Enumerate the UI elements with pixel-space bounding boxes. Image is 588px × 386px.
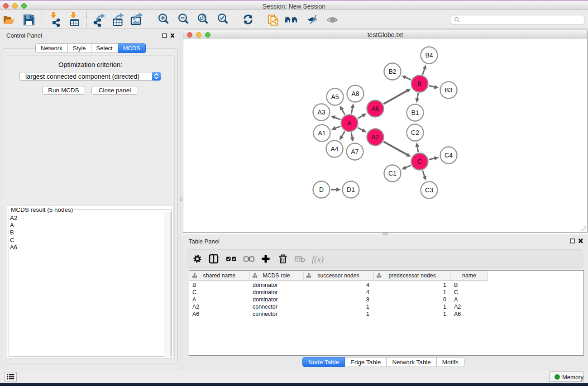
svg-text:A6: A6: [371, 105, 379, 112]
svg-text:shared name: shared name: [203, 272, 236, 279]
svg-text:A: A: [347, 119, 352, 127]
svg-text:predecessor nodes: predecessor nodes: [388, 272, 436, 279]
svg-text:A7: A7: [351, 148, 359, 155]
svg-text:A8: A8: [351, 90, 359, 97]
svg-text:f(x): f(x): [312, 254, 324, 264]
svg-text:MCDS role: MCDS role: [263, 272, 290, 279]
svg-text:A2: A2: [371, 133, 379, 141]
svg-text:B1: B1: [411, 109, 419, 116]
svg-text:B2: B2: [388, 68, 396, 75]
svg-text:name: name: [462, 272, 476, 279]
svg-text:A5: A5: [331, 93, 339, 100]
svg-text:successor nodes: successor nodes: [317, 272, 359, 279]
svg-text:C3: C3: [425, 186, 433, 194]
svg-text:A4: A4: [330, 145, 338, 152]
svg-text:C1: C1: [388, 170, 397, 177]
svg-text:A1: A1: [318, 129, 325, 137]
svg-text:C2: C2: [411, 129, 419, 136]
svg-text:B4: B4: [425, 52, 433, 59]
svg-text:C4: C4: [445, 152, 453, 159]
svg-text:B3: B3: [445, 86, 452, 94]
svg-text:C: C: [417, 158, 422, 165]
svg-text:D: D: [319, 186, 324, 193]
svg-text:B: B: [417, 80, 421, 87]
svg-text:D1: D1: [347, 186, 355, 193]
svg-text:A3: A3: [317, 109, 325, 116]
